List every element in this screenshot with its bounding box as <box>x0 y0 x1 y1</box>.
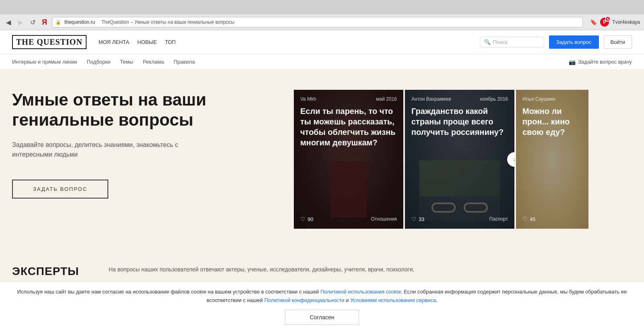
browser-forward-button[interactable]: ▶ <box>16 18 25 27</box>
camera-icon: 📷 <box>569 59 576 65</box>
card-2-date: ноябрь 2016 <box>480 96 508 102</box>
secondary-nav: Интервью и прямые линии Подборки Темы Ре… <box>0 54 644 70</box>
experts-title: ЭКСПЕРТЫ <box>12 265 93 278</box>
card-2-overlay: Антон Вахрамеев ноябрь 2016 Гражданство … <box>405 90 514 229</box>
card-3-author: Илья Саушкин <box>522 96 555 102</box>
header-right: 🔍 Поиск Задать вопрос Войти <box>480 35 632 49</box>
card-3-likes: ♡ 45 <box>522 216 535 222</box>
card-2-footer: ♡ 33 Паспорт <box>411 216 508 222</box>
secondary-nav-left: Интервью и прямые линии Подборки Темы Ре… <box>12 59 195 65</box>
site-header: THE QUESTION МОЯ ЛЕНТА НОВЫЕ ТОП 🔍 Поиск… <box>0 30 644 54</box>
nav-rules[interactable]: Правила <box>173 59 195 65</box>
heart-icon-3: ♡ <box>522 216 528 222</box>
card-2[interactable]: Антон Вахрамеев ноябрь 2016 Гражданство … <box>405 90 514 229</box>
lock-icon: 🔒 <box>56 20 61 25</box>
browser-user-area: 🔖 P 6 Tvor4eskaya <box>590 18 640 27</box>
card-3-footer: ♡ 45 <box>522 216 582 222</box>
card-1-date: май 2016 <box>376 96 397 102</box>
card-3-question: Можно ли прон... кино свою еду? <box>522 106 582 216</box>
hero-ask-button[interactable]: ЗАДАТЬ ВОПРОС <box>12 180 108 199</box>
card-1-overlay: Va Mkh май 2016 Если ты парень, то что т… <box>294 90 403 229</box>
hero-left: Умные ответы на ваши гениальные вопросы … <box>12 90 294 199</box>
card-2-meta: Антон Вахрамеев ноябрь 2016 <box>411 96 508 102</box>
heart-icon: ♡ <box>300 216 305 222</box>
card-1-footer: ♡ 90 Отношения <box>300 216 397 222</box>
browser-title: TheQuestion – Умные ответы на ваши гениа… <box>101 19 234 25</box>
hero-title: Умные ответы на ваши гениальные вопросы <box>12 90 213 130</box>
cookie-banner: Используя наш сайт вы даете нам согласие… <box>0 281 644 286</box>
card-2-question: Гражданство какой страны проще всего пол… <box>411 106 508 216</box>
nav-themes[interactable]: Темы <box>120 59 133 65</box>
nav-item-new[interactable]: НОВЫЕ <box>137 39 157 45</box>
card-2-author: Антон Вахрамеев <box>411 96 451 102</box>
card-1-question: Если ты парень, то что ты можешь рассказ… <box>300 106 397 216</box>
nav-item-top[interactable]: ТОП <box>165 39 176 45</box>
header-left: THE QUESTION МОЯ ЛЕНТА НОВЫЕ ТОП <box>12 35 175 49</box>
heart-icon-2: ♡ <box>411 216 417 222</box>
browser-tab-bar <box>0 0 644 14</box>
ask-doctor-link[interactable]: Задайте вопрос врачу <box>578 59 632 65</box>
search-box[interactable]: 🔍 Поиск <box>480 37 544 48</box>
nav-item-feed[interactable]: МОЯ ЛЕНТА <box>99 39 129 45</box>
card-2-category: Паспорт <box>489 216 508 222</box>
card-1-likes: ♡ 90 <box>300 216 313 222</box>
card-3-overlay: Илья Саушкин Можно ли прон... кино свою … <box>516 90 588 229</box>
hero-subtitle: Задавайте вопросы, делитесь знаниями, зн… <box>12 140 181 159</box>
cards-wrapper: Va Mkh май 2016 Если ты парень, то что т… <box>294 90 588 229</box>
browser-controls: ◀ ▶ ↺ Я 🔒 thequestion.ru TheQuestion – У… <box>0 14 644 30</box>
card-3[interactable]: Илья Саушкин Можно ли прон... кино свою … <box>516 90 588 229</box>
browser-address-bar[interactable]: 🔒 thequestion.ru TheQuestion – Умные отв… <box>52 17 583 27</box>
card-1[interactable]: Va Mkh май 2016 Если ты парень, то что т… <box>294 90 403 229</box>
login-button[interactable]: Войти <box>604 35 632 49</box>
card-1-category: Отношения <box>371 216 397 222</box>
nav-interviews[interactable]: Интервью и прямые линии <box>12 59 77 65</box>
site-logo[interactable]: THE QUESTION <box>12 35 87 49</box>
nav-collections[interactable]: Подборки <box>87 59 111 65</box>
browser-chrome: ◀ ▶ ↺ Я 🔒 thequestion.ru TheQuestion – У… <box>0 0 644 30</box>
card-1-author: Va Mkh <box>300 96 316 102</box>
browser-reload-button[interactable]: ↺ <box>28 18 37 27</box>
main-nav: МОЯ ЛЕНТА НОВЫЕ ТОП <box>99 39 176 45</box>
browser-url: thequestion.ru <box>64 19 95 25</box>
search-placeholder: Поиск <box>493 39 508 45</box>
nav-ads[interactable]: Реклама <box>143 59 164 65</box>
search-icon: 🔍 <box>484 39 491 45</box>
yandex-logo: Я <box>42 18 47 27</box>
card-3-meta: Илья Саушкин <box>522 96 582 102</box>
card-1-meta: Va Mkh май 2016 <box>300 96 397 102</box>
browser-back-button[interactable]: ◀ <box>4 18 13 27</box>
experts-description: На вопросы наших пользователей отвечают … <box>109 265 414 278</box>
hero-section: Умные ответы на ваши гениальные вопросы … <box>0 70 644 253</box>
bookmark-icon[interactable]: 🔖 <box>590 19 597 25</box>
pinterest-button[interactable]: P 6 <box>600 18 609 27</box>
secondary-nav-right: 📷 Задайте вопрос врачу <box>569 59 632 65</box>
ask-question-button[interactable]: Задать вопрос <box>549 35 599 49</box>
card-2-likes: ♡ 33 <box>411 216 424 222</box>
browser-username: Tvor4eskaya <box>612 19 640 25</box>
pinterest-notification: 6 <box>605 16 611 22</box>
